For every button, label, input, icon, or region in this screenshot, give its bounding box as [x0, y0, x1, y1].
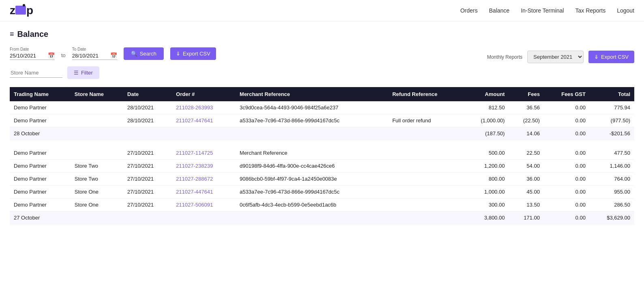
col-date: Date	[123, 87, 172, 101]
monthly-row: Monthly Reports September 2021 August 20…	[487, 51, 634, 63]
order-link[interactable]: 211027-288672	[176, 176, 213, 182]
cell-date: 28/10/2021	[123, 114, 172, 127]
table-row: Demo Partner Store One 27/10/2021 211027…	[10, 198, 634, 211]
nav-links: Orders Balance In-Store Terminal Tax Rep…	[460, 7, 634, 14]
cell-refund-ref	[388, 147, 463, 160]
col-order-num: Order #	[172, 87, 235, 101]
nav-tax-reports[interactable]: Tax Reports	[575, 7, 605, 14]
cell-date: 27/10/2021	[123, 198, 172, 211]
cell-fees: 54.00	[509, 160, 543, 173]
table-row: Demo Partner Store Two 27/10/2021 211027…	[10, 173, 634, 186]
monthly-export-label: Export CSV	[601, 54, 629, 60]
cell-date: 27/10/2021	[123, 186, 172, 198]
table-wrap: Trading Name Store Name Date Order # Mer…	[10, 87, 634, 224]
subtotal-label: 27 October	[10, 211, 388, 224]
order-link[interactable]: 211027-238239	[176, 163, 213, 169]
cell-total: 775.94	[590, 101, 634, 114]
cell-refund-ref	[388, 101, 463, 114]
cell-fees: 13.50	[509, 198, 543, 211]
cell-trading-name: Demo Partner	[10, 198, 71, 211]
subtotal-total: -$201.56	[590, 127, 634, 140]
from-date-calendar-icon[interactable]: 📅	[48, 52, 55, 59]
cell-refund-ref	[388, 160, 463, 173]
cell-fees: 45.00	[509, 186, 543, 198]
subtotal-amount: 3,800.00	[463, 211, 509, 224]
cell-fees: 36.56	[509, 101, 543, 114]
from-date-wrap: 📅	[10, 52, 55, 60]
logo-dot	[23, 4, 25, 6]
table-row: Demo Partner Store Two 27/10/2021 211027…	[10, 160, 634, 173]
logo-text: z p	[10, 4, 33, 17]
subtotal-empty	[388, 211, 463, 224]
cell-store-name: Store One	[71, 198, 123, 211]
cell-trading-name: Demo Partner	[10, 186, 71, 198]
order-link[interactable]: 211027-447641	[176, 117, 213, 124]
subtotal-fees: 14.06	[509, 127, 543, 140]
monthly-reports-label: Monthly Reports	[487, 54, 522, 60]
cell-order-num: 211028-263993	[172, 101, 235, 114]
cell-amount: (1,000.00)	[463, 114, 509, 127]
subtotal-label: 28 October	[10, 127, 388, 140]
cell-refund-ref	[388, 173, 463, 186]
nav-logout[interactable]: Logout	[617, 7, 634, 14]
cell-fees-gst: 0.00	[544, 101, 590, 114]
subtotal-total: $3,629.00	[590, 211, 634, 224]
order-link[interactable]: 211027-506091	[176, 202, 213, 208]
cell-total: 764.00	[590, 173, 634, 186]
cell-merchant-ref: d90198f9-84d6-4ffa-900e-cc4cae426ce6	[235, 160, 388, 173]
export-csv-button[interactable]: ⇓ Export CSV	[170, 47, 216, 60]
month-select[interactable]: September 2021 August 2021 July 2021 Oct…	[527, 51, 584, 63]
to-date-group: To Date 📅	[72, 47, 117, 60]
cell-store-name	[71, 147, 123, 160]
cell-fees: (22.50)	[509, 114, 543, 127]
cell-order-num: 211027-506091	[172, 198, 235, 211]
to-date-calendar-icon[interactable]: 📅	[110, 52, 117, 59]
page-title: ≡ Balance	[10, 30, 634, 39]
cell-amount: 812.50	[463, 101, 509, 114]
search-label: Search	[140, 51, 156, 57]
search-icon: 🔍	[131, 51, 137, 57]
search-button[interactable]: 🔍 Search	[124, 47, 164, 60]
from-date-label: From Date	[10, 47, 55, 51]
table-header-row: Trading Name Store Name Date Order # Mer…	[10, 87, 634, 101]
from-date-input[interactable]	[10, 53, 46, 59]
col-merchant-ref: Merchant Reference	[235, 87, 388, 101]
table-row: Demo Partner 28/10/2021 211028-263993 3c…	[10, 101, 634, 114]
cell-fees-gst: 0.00	[544, 114, 590, 127]
cell-store-name	[71, 101, 123, 114]
store-filter-row: ☰ Filter	[10, 66, 634, 79]
filter-button[interactable]: ☰ Filter	[67, 66, 99, 79]
order-link[interactable]: 211027-447641	[176, 189, 213, 195]
cell-amount: 800.00	[463, 173, 509, 186]
cell-total: (977.50)	[590, 114, 634, 127]
balance-icon: ≡	[10, 30, 14, 38]
table-row: Demo Partner 28/10/2021 211027-447641 a5…	[10, 114, 634, 127]
cell-trading-name: Demo Partner	[10, 147, 71, 160]
col-total: Total	[590, 87, 634, 101]
col-amount: Amount	[463, 87, 509, 101]
to-date-input[interactable]	[72, 53, 109, 59]
col-trading-name: Trading Name	[10, 87, 71, 101]
cell-order-num: 211027-288672	[172, 173, 235, 186]
subtotal-fees-gst: 0.00	[544, 211, 590, 224]
cell-order-num: 211027-114725	[172, 147, 235, 160]
export-csv-label: Export CSV	[183, 51, 210, 57]
monthly-export-csv-button[interactable]: ⇓ Export CSV	[588, 51, 634, 63]
nav-balance[interactable]: Balance	[489, 7, 510, 14]
cell-store-name: Store Two	[71, 160, 123, 173]
cell-amount: 500.00	[463, 147, 509, 160]
cell-merchant-ref: a533a7ee-7c96-473d-866e-999d4167dc5c	[235, 186, 388, 198]
cell-date: 27/10/2021	[123, 147, 172, 160]
nav-instore[interactable]: In-Store Terminal	[521, 7, 564, 14]
order-link[interactable]: 211027-114725	[176, 150, 213, 156]
monthly-export-icon: ⇓	[594, 54, 599, 60]
store-name-input[interactable]	[10, 68, 62, 78]
cell-total: 286.50	[590, 198, 634, 211]
table-row: Demo Partner Store One 27/10/2021 211027…	[10, 186, 634, 198]
page-title-text: Balance	[17, 30, 49, 39]
cell-date: 27/10/2021	[123, 173, 172, 186]
nav-orders[interactable]: Orders	[460, 7, 478, 14]
order-link[interactable]: 211028-263993	[176, 104, 213, 111]
cell-fees-gst: 0.00	[544, 186, 590, 198]
page: ≡ Balance From Date 📅 to To Date 📅	[0, 21, 644, 232]
